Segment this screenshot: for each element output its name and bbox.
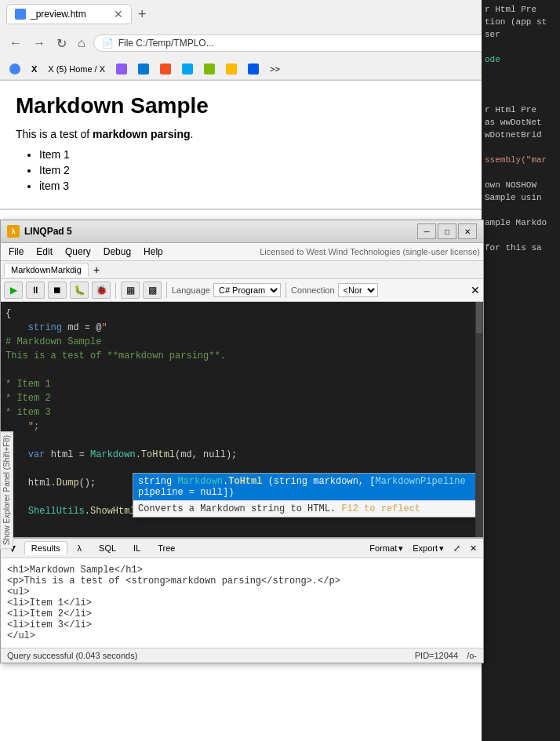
rp-line-15: own NOSHOW <box>485 179 557 191</box>
mastodon-icon <box>116 64 127 74</box>
webpage-content: Markdown Sample This is a test of markdo… <box>0 81 560 210</box>
connection-select[interactable]: <Nor <box>338 283 378 297</box>
bookmark-app4[interactable] <box>245 63 262 75</box>
address-bar[interactable]: 📄 File C:/Temp/TMPLO... ☆ <box>93 35 500 52</box>
debug-step-btn[interactable]: 🐞 <box>92 282 111 299</box>
refresh-btn[interactable]: ↻ <box>53 35 70 53</box>
bookmark-home-x[interactable]: X (5) Home / X <box>45 64 108 74</box>
bookmark-x1[interactable]: X <box>28 64 40 74</box>
tab-label: _preview.htm <box>31 9 86 20</box>
email-icon <box>138 64 149 74</box>
close-window-btn[interactable]: ✕ <box>458 223 477 239</box>
bookmark-mastodon[interactable] <box>113 63 130 75</box>
grid-btn[interactable]: ▦ <box>121 282 140 299</box>
result-line-4: <li>Item 1</li> <box>7 598 477 608</box>
tab-il[interactable]: IL <box>126 541 147 555</box>
bookmark-more[interactable]: >> <box>267 64 283 74</box>
rp-line-4 <box>485 41 557 53</box>
bookmark-email[interactable] <box>135 63 152 75</box>
bookmark-google[interactable] <box>6 63 24 75</box>
rp-line-11: wDotnetBrid <box>485 129 557 141</box>
status-text: Query successful (0.043 seconds) <box>7 651 137 660</box>
result-line-2: <p>This is a test of <strong>markdown pa… <box>7 576 477 587</box>
rp-line-20: for this sa <box>485 242 557 254</box>
code-line-4: This is a test of **markdown parsing**. <box>5 349 478 363</box>
table-btn[interactable]: ▩ <box>143 282 162 299</box>
tab-sql[interactable]: SQL <box>92 541 123 555</box>
language-select[interactable]: C# Program <box>213 283 281 297</box>
maximize-window-btn[interactable]: □ <box>438 223 456 239</box>
close-results-btn[interactable]: ✕ <box>467 542 480 555</box>
bookmark-calendar[interactable] <box>157 63 174 75</box>
code-line-7: * Item 2 <box>5 391 478 405</box>
format-btn[interactable]: Format ▾ <box>366 542 406 555</box>
tab-close-btn[interactable]: ✕ <box>114 8 123 20</box>
linqpad-tab-active[interactable]: MarkdownMarkdig <box>4 263 89 277</box>
home-btn[interactable]: ⌂ <box>75 35 89 52</box>
autocomplete-signature: string Markdown.ToHtml (string markdown,… <box>133 474 481 500</box>
rp-line-19 <box>485 229 557 242</box>
back-btn[interactable]: ← <box>6 35 25 52</box>
rp-line-14 <box>485 166 557 179</box>
bookmark-app1[interactable] <box>179 63 196 75</box>
rp-line-7 <box>485 78 557 91</box>
connection-label: Connection <box>291 285 335 295</box>
run-btn[interactable]: ▶ <box>4 282 23 299</box>
minimize-window-btn[interactable]: ─ <box>417 223 436 239</box>
browser-tab[interactable]: _preview.htm ✕ <box>6 4 132 24</box>
code-line-6: * Item 1 <box>5 377 478 391</box>
ac-class-name: Markdown <box>177 476 223 487</box>
tab-lambda[interactable]: λ <box>71 541 89 555</box>
paragraph-text: This is a test of <box>16 128 93 140</box>
ac-return-type: string <box>138 476 177 487</box>
export-chevron-icon: ▾ <box>439 543 444 554</box>
menu-query[interactable]: Query <box>60 245 96 259</box>
export-label: Export <box>413 543 438 553</box>
debug-btn[interactable]: 🐛 <box>70 282 89 299</box>
close-editor-btn[interactable]: ✕ <box>471 284 480 296</box>
menu-help[interactable]: Help <box>139 245 168 259</box>
bookmarks-bar: X X (5) Home / X >> 📁 <box>0 58 560 80</box>
results-content: <h1>Markdown Sample</h1> <p>This is a te… <box>1 558 483 648</box>
forward-btn[interactable]: → <box>30 35 49 52</box>
toolbar-sep3 <box>285 282 286 298</box>
code-line-9: "; <box>5 420 478 434</box>
code-editor[interactable]: { string md = @" # Markdown Sample This … <box>1 302 483 537</box>
rp-line-8 <box>485 91 557 104</box>
rp-line-1: r Html Pre <box>485 3 557 16</box>
menu-edit[interactable]: Edit <box>31 245 57 259</box>
results-toolbar: Format ▾ Export ▾ ⤢ ✕ <box>366 542 480 555</box>
x-icon: X <box>31 64 37 74</box>
status-bar: Query successful (0.043 seconds) PID=120… <box>1 648 483 663</box>
bookmark-app2[interactable] <box>201 63 218 75</box>
rp-line-6 <box>485 66 557 78</box>
bookmark-app3[interactable] <box>223 63 240 75</box>
show-explorer-panel-label[interactable]: Show Explorer Panel (Shift+F8) <box>0 431 13 549</box>
export-btn[interactable]: Export ▾ <box>409 542 447 555</box>
results-tabs: ▼ Results λ SQL IL Tree Format ▾ Export … <box>1 539 483 558</box>
linqpad-window: λ LINQPad 5 ─ □ ✕ File Edit Query Debug … <box>0 220 484 663</box>
more-icon: >> <box>270 64 280 74</box>
menu-debug[interactable]: Debug <box>99 245 136 259</box>
page-paragraph: This is a test of markdown parsing. <box>16 128 544 140</box>
app1-icon <box>182 64 193 74</box>
tab-tree[interactable]: Tree <box>151 541 182 555</box>
pause-btn[interactable]: ⏸ <box>26 282 45 299</box>
tab-favicon <box>15 9 26 20</box>
license-text: Licensed to West Wind Technologies (sing… <box>260 245 480 259</box>
pid-label: PID=12044 <box>415 651 458 660</box>
rp-line-5: ode <box>485 53 557 66</box>
google-icon <box>9 64 20 74</box>
tab-results[interactable]: Results <box>24 541 67 555</box>
menu-file[interactable]: File <box>4 245 28 259</box>
app2-icon <box>204 64 215 74</box>
new-tab-btn[interactable]: + <box>138 6 147 23</box>
bold-text: markdown parsing <box>93 128 190 140</box>
code-scrollbar[interactable] <box>475 302 483 537</box>
toolbar-sep2 <box>166 282 167 298</box>
lock-icon: 📄 <box>102 38 114 49</box>
code-line-5 <box>5 363 478 377</box>
expand-btn[interactable]: ⤢ <box>450 542 464 555</box>
add-tab-btn[interactable]: + <box>90 263 103 276</box>
stop-btn[interactable]: ⏹ <box>48 282 67 299</box>
